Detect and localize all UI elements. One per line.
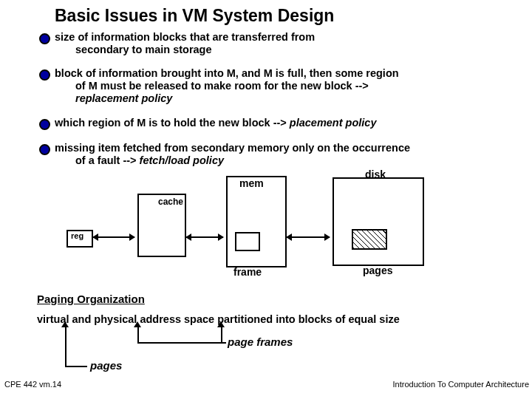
bullet-line: which region of M is to hold the new blo… bbox=[55, 117, 290, 129]
cache-label: cache bbox=[158, 197, 183, 207]
elbow-seg bbox=[137, 325, 139, 343]
mem-box bbox=[226, 176, 287, 267]
pages-label: pages bbox=[363, 265, 392, 276]
bullet-icon bbox=[39, 33, 50, 44]
bullet-line: missing item fetched from secondary memo… bbox=[55, 142, 410, 154]
bullet-text-1: size of information blocks that are tran… bbox=[55, 31, 468, 56]
elbow-seg bbox=[221, 325, 222, 343]
fetch-policy-term: fetch/load policy bbox=[140, 154, 224, 166]
placement-policy-term: placement policy bbox=[290, 117, 377, 129]
bullet-text-4: missing item fetched from secondary memo… bbox=[55, 142, 513, 167]
paging-heading: Paging Organization bbox=[37, 293, 145, 305]
bullet-line: of M must be released to make room for t… bbox=[55, 80, 369, 92]
elbow-seg bbox=[137, 342, 226, 344]
arrow-cache-mem bbox=[186, 236, 223, 238]
bullet-icon bbox=[39, 144, 50, 155]
arrowhead-up-icon bbox=[217, 321, 225, 327]
paging-paragraph: virtual and physical address space parti… bbox=[37, 313, 517, 325]
disk-label: disk bbox=[365, 168, 386, 180]
frame-box bbox=[235, 232, 260, 251]
slide-title: Basic Issues in VM System Design bbox=[55, 6, 334, 26]
pages-callout-label: pages bbox=[90, 359, 122, 372]
replacement-policy-term: replacement policy bbox=[55, 92, 172, 104]
elbow-seg bbox=[65, 366, 87, 367]
bullet-line: secondary to main storage bbox=[55, 44, 212, 55]
elbow-seg bbox=[65, 325, 66, 366]
frame-label: frame bbox=[233, 266, 262, 278]
disk-box bbox=[332, 177, 424, 266]
mem-label: mem bbox=[239, 177, 264, 189]
bullet-line: size of information blocks that are tran… bbox=[55, 31, 315, 43]
reg-label: reg bbox=[71, 231, 83, 240]
bullet-text-3: which region of M is to hold the new blo… bbox=[55, 117, 513, 129]
arrow-mem-disk bbox=[287, 236, 330, 238]
bullet-line: block of information brought into M, and… bbox=[55, 67, 399, 79]
bullet-icon bbox=[39, 69, 50, 81]
arrow-reg-cache bbox=[93, 236, 134, 238]
pages-hatch-box bbox=[352, 229, 387, 250]
footer-right: Introduction To Computer Architecture bbox=[393, 380, 529, 389]
footer-left: CPE 442 vm.14 bbox=[4, 380, 61, 389]
bullet-icon bbox=[39, 119, 50, 130]
arrowhead-up-icon bbox=[134, 321, 141, 327]
page-frames-label: page frames bbox=[228, 335, 293, 348]
bullet-text-2: block of information brought into M, and… bbox=[55, 67, 513, 105]
bullet-line: of a fault --> bbox=[55, 154, 140, 166]
arrowhead-up-icon bbox=[61, 321, 69, 327]
